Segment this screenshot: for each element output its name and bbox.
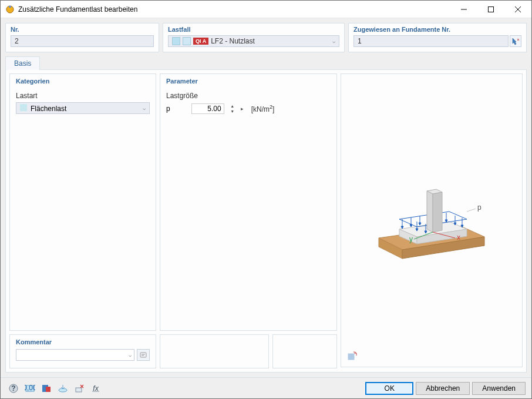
default-button[interactable] [56,381,70,395]
zugewiesen-label: Zugewiesen an Fundamente Nr. [353,26,521,33]
ok-button[interactable]: OK [365,382,413,395]
zugewiesen-group: Zugewiesen an Fundamente Nr. 1 [348,23,527,52]
nr-label: Nr. [11,26,154,33]
svg-marker-39 [427,191,433,232]
lastfall-group: Lastfall QI A LF2 - Nutzlast ⌵ [163,23,345,52]
svg-rect-53 [46,387,50,392]
lastgroesse-label: Lastgröße [166,92,331,100]
chevron-down-icon: ⌵ [143,105,146,111]
svg-marker-21 [410,224,412,227]
svg-rect-3 [489,6,494,12]
p-value-input[interactable] [191,103,224,114]
empty-panel-1 [160,334,269,368]
settings-button[interactable] [39,381,53,395]
lastfall-color-swatch-1 [172,37,180,45]
kommentar-panel: Kommentar ⌵ [9,334,156,368]
svg-rect-8 [140,353,146,357]
svg-rect-55 [76,388,82,392]
zugewiesen-input[interactable]: 1 [353,35,509,47]
svg-text:x: x [457,233,460,242]
window-titlebar: Zusätzliche Fundamentlast bearbeiten [1,1,531,18]
svg-marker-40 [433,192,442,232]
lastfall-label: Lastfall [168,26,339,33]
empty-panel-2 [272,334,337,368]
svg-marker-19 [401,226,403,229]
close-button[interactable] [504,1,531,18]
preview-panel: x y p [341,73,523,367]
help-button[interactable]: ? [6,381,21,395]
tab-basis[interactable]: Basis [5,56,40,70]
svg-line-45 [467,209,476,212]
delete-button[interactable] [72,381,86,395]
nr-group: Nr. 2 [5,23,159,52]
minimize-button[interactable] [450,1,477,18]
units-button[interactable]: 0,00 [23,381,37,395]
window-title: Zusätzliche Fundamentlast bearbeiten [18,5,450,14]
p-unit: [kN/m2] [251,104,275,113]
lastart-color-icon [20,104,27,111]
kommentar-title: Kommentar [16,338,150,346]
kategorien-title: Kategorien [16,78,150,85]
step-play-button[interactable]: ▸ [241,106,247,112]
svg-marker-23 [419,223,421,225]
chevron-down-icon: ⌵ [332,38,335,44]
maximize-button[interactable] [477,1,504,18]
foundation-3d-graphic: x y p [373,167,490,273]
chevron-down-icon: ⌵ [129,352,132,358]
apply-button[interactable]: Anwenden [472,382,526,395]
parameter-panel: Parameter Lastgröße p ▲ ▼ ▸ [kN/m2] [160,73,337,331]
kategorien-panel: Kategorien Lastart Flächenlast ⌵ [9,73,156,331]
spin-up-button[interactable]: ▲ [229,103,236,109]
pick-foundation-button[interactable] [510,35,521,47]
lastfall-text: LF2 - Nutzlast [211,37,255,45]
spin-down-button[interactable]: ▼ [229,109,236,114]
nr-input[interactable]: 2 [11,35,154,47]
parameter-title: Parameter [166,78,331,85]
svg-text:y: y [409,235,413,243]
kommentar-input[interactable]: ⌵ [16,349,134,361]
svg-text:?: ? [11,384,15,393]
lastart-label: Lastart [16,92,150,100]
svg-rect-47 [348,354,354,360]
lastfall-badge: QI A [193,38,208,45]
lastfall-color-swatch-2 [183,37,191,45]
lastart-dropdown[interactable]: Flächenlast ⌵ [16,102,150,114]
preview-refresh-button[interactable] [346,350,359,363]
svg-text:0,00: 0,00 [25,384,35,392]
svg-rect-1 [9,6,11,8]
svg-text:p: p [477,203,482,212]
function-button[interactable]: fx [89,381,103,395]
app-icon [5,5,15,14]
lastfall-dropdown[interactable]: QI A LF2 - Nutzlast ⌵ [168,35,339,47]
p-symbol: p [166,105,170,113]
kommentar-pick-button[interactable] [137,349,150,361]
cancel-button[interactable]: Abbrechen [416,382,470,395]
